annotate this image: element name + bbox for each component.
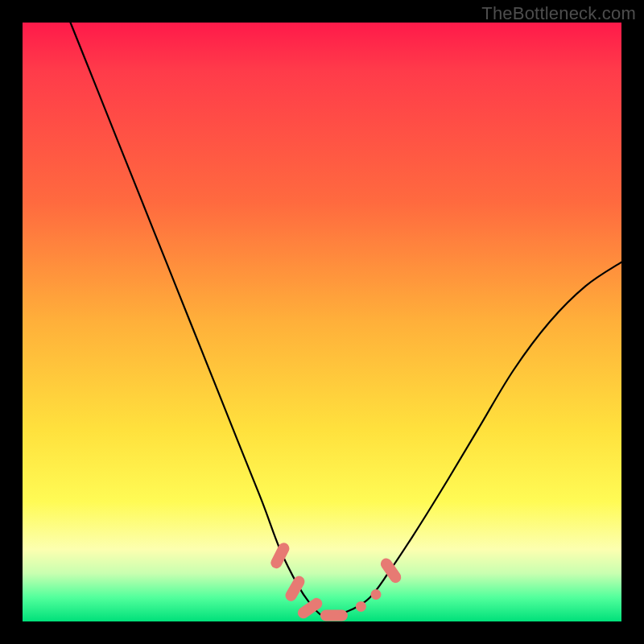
watermark-text: TheBottleneck.com [481, 3, 636, 24]
marker-pill [283, 574, 307, 603]
bottleneck-curve [71, 23, 622, 617]
marker-pill [295, 596, 324, 621]
plot-area [23, 23, 621, 621]
marker-pill [320, 610, 348, 621]
marker-dot [371, 589, 382, 600]
curve-svg [23, 23, 621, 621]
chart-frame: TheBottleneck.com [0, 0, 644, 644]
marker-dot [356, 601, 366, 612]
